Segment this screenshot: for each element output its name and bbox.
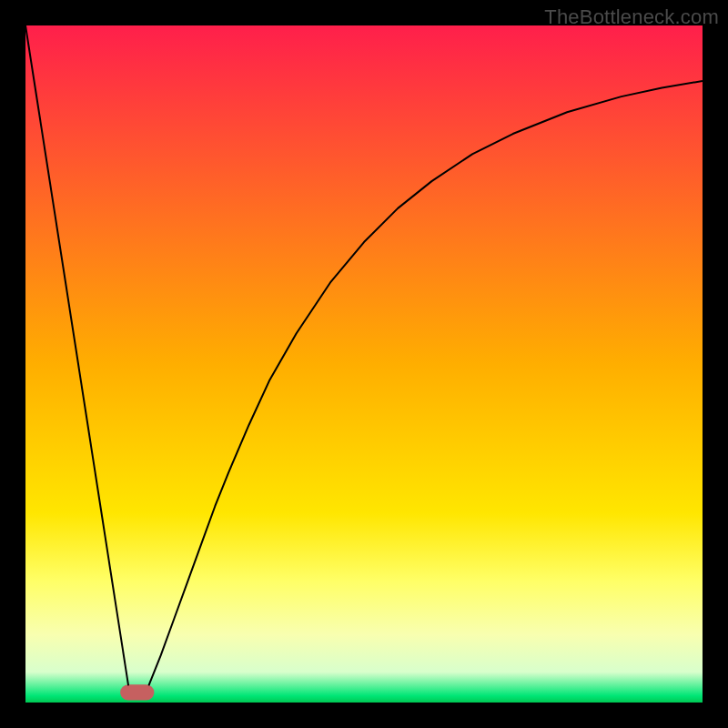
- chart-frame: TheBottleneck.com: [0, 0, 728, 728]
- plot-area: [25, 25, 703, 703]
- chart-svg: [25, 25, 703, 703]
- gradient-background: [25, 25, 703, 703]
- bottleneck-marker: [120, 684, 154, 700]
